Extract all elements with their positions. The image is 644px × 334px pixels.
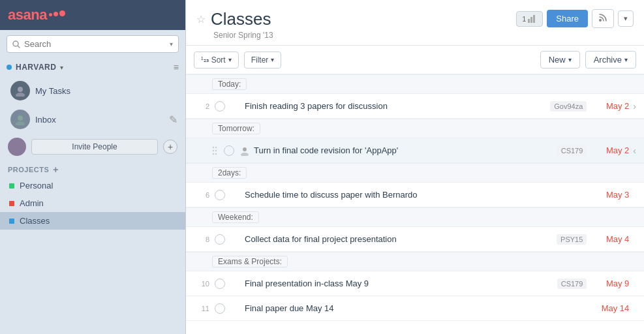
page-title: Classes [211, 9, 271, 29]
task-date: May 9 [593, 279, 629, 288]
svg-rect-8 [533, 15, 535, 23]
table-row[interactable]: 6 Schedule time to discuss paper with Be… [186, 183, 644, 207]
search-input[interactable] [24, 39, 166, 49]
task-tag: CS179 [557, 145, 587, 156]
table-row[interactable]: 10 Final presentation in-class May 9 CS1… [186, 271, 644, 296]
task-date: May 2 [593, 101, 629, 111]
svg-point-10 [213, 146, 214, 147]
archive-chevron-icon: ▾ [624, 56, 628, 63]
table-row[interactable]: 11 Final paper due May 14 May 14 › [186, 296, 644, 321]
sidebar: asana ▾ HARVARD ▾ ≡ [0, 0, 186, 334]
table-row[interactable]: 2 Finish reading 3 papers for discussion… [186, 94, 644, 119]
rss-icon [598, 13, 607, 22]
compose-icon[interactable]: ✎ [169, 114, 177, 126]
svg-point-13 [215, 149, 217, 151]
drag-handle[interactable] [212, 145, 217, 157]
sidebar-item-admin[interactable]: Admin [0, 194, 185, 212]
invite-people-button[interactable]: Invite People [31, 139, 158, 155]
section-2days-label: 2days: [212, 167, 247, 179]
admin-dot [9, 201, 14, 206]
title-section: ☆ Classes Senior Spring '13 [196, 9, 273, 40]
list-icon: ≡ [174, 62, 179, 72]
sort-button[interactable]: ¹₂₃ Sort ▾ [194, 52, 239, 68]
bar-chart-icon [528, 15, 537, 23]
favorite-star-icon[interactable]: ☆ [196, 13, 206, 25]
task-checkbox[interactable] [215, 303, 225, 314]
task-number: 10 [194, 280, 209, 288]
personal-label: Personal [20, 181, 53, 190]
task-name: Final paper due May 14 [245, 303, 579, 313]
avatar-invite [8, 138, 26, 156]
archive-button[interactable]: Archive ▾ [585, 51, 636, 68]
header-dropdown-button[interactable]: ▾ [618, 10, 634, 27]
section-today-label: Today: [212, 78, 247, 90]
share-button[interactable]: Share [547, 10, 588, 27]
logo-dot-2 [54, 12, 58, 16]
task-name: Finish reading 3 papers for discussion [245, 101, 550, 111]
workspace-dot [7, 65, 12, 70]
new-button[interactable]: New ▾ [540, 51, 580, 68]
sidebar-item-my-tasks[interactable]: My Tasks [0, 76, 185, 105]
sidebar-item-personal[interactable]: Personal [0, 177, 185, 194]
svg-point-2 [18, 87, 23, 92]
sidebar-item-inbox[interactable]: Inbox ✎ [0, 105, 185, 134]
add-member-button[interactable]: + [163, 140, 177, 154]
logo-dot-3 [59, 10, 65, 16]
avatar-inbox [10, 110, 30, 129]
section-today: Today: [186, 74, 644, 94]
svg-rect-6 [528, 19, 530, 23]
svg-point-0 [13, 41, 18, 46]
workspace-name: HARVARD [16, 63, 56, 72]
task-name: Collect data for final project presentat… [245, 234, 557, 244]
filter-label: Filter [251, 55, 269, 65]
workspace-header[interactable]: HARVARD ▾ ≡ [0, 58, 185, 76]
new-chevron-icon: ▾ [568, 56, 572, 63]
drag-icon [212, 146, 217, 155]
task-collapse-icon[interactable]: ‹ [633, 145, 636, 156]
subtitle: Senior Spring '13 [213, 31, 273, 40]
svg-point-11 [215, 146, 217, 147]
filter-button[interactable]: Filter ▾ [244, 52, 282, 68]
svg-point-15 [215, 153, 217, 154]
new-label: New [549, 55, 566, 65]
task-expand-icon[interactable]: › [633, 101, 636, 112]
section-weekend: Weekend: [186, 207, 644, 227]
task-checkbox[interactable] [224, 145, 234, 156]
sort-chevron-icon: ▾ [228, 56, 232, 63]
follower-count: 1 [516, 11, 543, 27]
search-bar: ▾ [0, 30, 185, 58]
svg-point-17 [241, 153, 249, 156]
avatar-my-tasks [10, 81, 30, 100]
search-icon [12, 40, 20, 48]
task-number: 6 [194, 191, 209, 199]
personal-dot [9, 183, 14, 189]
svg-point-9 [599, 19, 602, 22]
task-tag: CS179 [557, 279, 587, 289]
task-date: May 4 [593, 234, 629, 244]
task-checkbox[interactable] [215, 190, 225, 200]
counter-value: 1 [522, 15, 526, 23]
sidebar-item-classes[interactable]: Classes [0, 212, 185, 230]
filter-chevron-icon: ▾ [271, 56, 274, 63]
rss-button[interactable] [592, 9, 614, 28]
section-exams: Exams & Projects: [186, 252, 644, 271]
section-tomorrow: Tomorrow: [186, 119, 644, 138]
svg-point-3 [16, 93, 25, 97]
header-actions: 1 Share ▾ [516, 9, 634, 28]
main-content: ☆ Classes Senior Spring '13 1 Share [186, 0, 644, 334]
task-checkbox[interactable] [215, 234, 225, 245]
task-checkbox[interactable] [215, 279, 225, 289]
add-project-button[interactable]: + [53, 165, 59, 174]
search-wrapper[interactable]: ▾ [7, 35, 179, 53]
classes-label: Classes [20, 216, 50, 226]
app-header: asana [0, 0, 185, 30]
section-weekend-label: Weekend: [212, 211, 259, 223]
table-row[interactable]: Turn in final code revision for 'AppApp'… [186, 138, 644, 163]
task-checkbox[interactable] [215, 101, 225, 112]
workspace-chevron-icon: ▾ [60, 64, 63, 71]
section-tomorrow-label: Tomorrow: [212, 123, 260, 134]
task-name: Turn in final code revision for 'AppApp' [254, 145, 557, 155]
task-list: Today: 2 Finish reading 3 papers for dis… [186, 74, 644, 334]
table-row[interactable]: 8 Collect data for final project present… [186, 227, 644, 252]
section-2days: 2days: [186, 163, 644, 183]
